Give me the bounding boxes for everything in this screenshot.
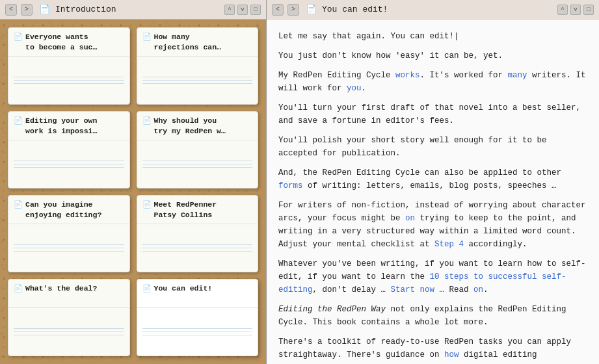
link-how[interactable]: how [444, 350, 459, 359]
index-card-3[interactable]: 📄 Editing your ownwork is impossi… [8, 111, 130, 188]
card-doc-icon-1: 📄 [14, 32, 23, 41]
card-title-6: Meet RedPennerPatsy Collins [154, 200, 217, 220]
index-card-5[interactable]: 📄 Can you imagineenjoying editing? [8, 195, 130, 272]
card-line [14, 332, 124, 332]
paragraph-2: You just don't know how 'easy' it can be… [278, 49, 587, 62]
card-line [142, 335, 253, 335]
index-card-7[interactable]: 📄 What's the deal? [8, 279, 130, 356]
left-win-btn-down[interactable]: v [237, 5, 248, 15]
card-line [14, 251, 124, 252]
card-line [142, 332, 253, 332]
card-line [14, 248, 124, 248]
card-line [14, 328, 124, 329]
card-doc-icon-6: 📄 [142, 200, 152, 209]
index-card-1[interactable]: 📄 Everyone wantsto become a suc… [8, 27, 130, 105]
card-doc-icon-5: 📄 [14, 200, 23, 209]
index-card-6[interactable]: 📄 Meet RedPennerPatsy Collins [137, 195, 259, 272]
card-line [142, 167, 253, 168]
link-you[interactable]: you [347, 84, 362, 93]
card-lines-3 [8, 140, 129, 188]
card-header-2: 📄 How manyrejections can… [137, 28, 258, 57]
card-line [142, 80, 253, 81]
right-win-btn-max[interactable]: □ [583, 5, 594, 15]
left-doc-icon: 📄 [39, 4, 50, 15]
card-title-8: You can edit! [154, 283, 213, 294]
card-doc-icon-2: 📄 [142, 32, 152, 41]
card-lines-8 [137, 308, 258, 356]
card-line [14, 335, 124, 335]
right-nav-forward[interactable]: > [287, 4, 299, 16]
paragraph-7: For writers of non-fiction, instead of w… [278, 199, 587, 251]
link-forms[interactable]: forms [278, 181, 303, 190]
card-line [142, 248, 253, 248]
card-title-7: What's the deal? [25, 283, 97, 294]
card-header-8: 📄 You can edit! [137, 280, 258, 308]
link-works[interactable]: works [395, 71, 420, 80]
left-window-buttons: ^ v □ [224, 5, 261, 15]
card-header-6: 📄 Meet RedPennerPatsy Collins [137, 196, 258, 224]
paragraph-8: Whatever you've been writing, if you wan… [278, 257, 587, 296]
card-line [14, 167, 124, 168]
card-line [14, 77, 124, 77]
right-titlebar: < > 📄 You can edit! ^ v □ [267, 0, 599, 20]
paragraph-6: And, the RedPen Editing Cycle can also b… [278, 166, 587, 192]
left-panel-title: Introduction [55, 5, 116, 14]
card-line [142, 328, 253, 329]
paragraph-3: My RedPen Editing Cycle works. It's work… [278, 69, 587, 95]
right-win-btn-down[interactable]: v [570, 5, 581, 15]
left-panel: < > 📄 Introduction ^ v □ 📄 Everyone want… [0, 0, 267, 364]
card-header-3: 📄 Editing your ownwork is impossi… [8, 112, 129, 140]
paragraph-1: Let me say that again. You can edit! [278, 30, 587, 43]
paragraph-5: You'll polish your short story well enou… [278, 134, 587, 160]
card-line [14, 83, 124, 84]
card-doc-icon-4: 📄 [142, 116, 152, 125]
card-header-1: 📄 Everyone wantsto become a suc… [8, 28, 129, 57]
right-window-buttons: ^ v □ [557, 5, 594, 15]
link-step4[interactable]: Step 4 [434, 240, 464, 249]
card-line [14, 80, 124, 81]
italic-editing-redpen-way: Editing the RedPen Way [278, 305, 386, 314]
card-doc-icon-7: 📄 [14, 284, 23, 292]
right-doc-icon: 📄 [306, 4, 317, 15]
card-header-7: 📄 What's the deal? [8, 280, 129, 308]
text-cursor [454, 32, 459, 41]
link-many[interactable]: many [508, 71, 527, 80]
index-card-4[interactable]: 📄 Why should youtry my RedPen w… [137, 111, 259, 188]
card-line [142, 77, 253, 77]
card-line [142, 83, 253, 84]
left-win-btn-max[interactable]: □ [250, 5, 261, 15]
paragraph-9: Editing the RedPen Way not only explains… [278, 303, 587, 329]
card-header-4: 📄 Why should youtry my RedPen w… [137, 112, 258, 140]
link-on-1[interactable]: on [405, 214, 415, 223]
card-line [142, 164, 253, 164]
card-lines-4 [137, 140, 258, 188]
link-on-2[interactable]: on [473, 285, 483, 294]
right-win-btn-up[interactable]: ^ [557, 5, 568, 15]
card-title-2: How manyrejections can… [154, 32, 222, 52]
card-lines-5 [8, 224, 129, 272]
card-header-5: 📄 Can you imagineenjoying editing? [8, 196, 129, 224]
card-line [142, 251, 253, 252]
editor-content[interactable]: Let me say that again. You can edit! You… [267, 20, 599, 364]
card-line [14, 161, 124, 161]
card-title-1: Everyone wantsto become a suc… [25, 32, 97, 52]
corkboard: 📄 Everyone wantsto become a suc… 📄 How m… [0, 20, 266, 364]
card-lines-6 [137, 224, 258, 272]
index-card-2[interactable]: 📄 How manyrejections can… [137, 27, 259, 105]
card-line [142, 244, 253, 245]
link-start-now[interactable]: Start now [391, 285, 435, 294]
right-panel: < > 📄 You can edit! ^ v □ Let me say tha… [267, 0, 599, 364]
card-lines-2 [137, 57, 258, 104]
card-lines-1 [8, 57, 129, 104]
card-line [14, 164, 124, 164]
right-nav-back[interactable]: < [272, 4, 284, 16]
left-win-btn-up[interactable]: ^ [224, 5, 235, 15]
card-title-4: Why should youtry my RedPen w… [154, 116, 226, 136]
card-doc-icon-3: 📄 [14, 116, 23, 125]
card-title-5: Can you imagineenjoying editing? [25, 200, 101, 220]
card-line [14, 244, 124, 245]
left-nav-forward[interactable]: > [21, 4, 33, 16]
paragraph-4: You'll turn your first draft of that nov… [278, 101, 587, 127]
index-card-8[interactable]: 📄 You can edit! [137, 279, 259, 356]
left-nav-back[interactable]: < [5, 4, 17, 16]
